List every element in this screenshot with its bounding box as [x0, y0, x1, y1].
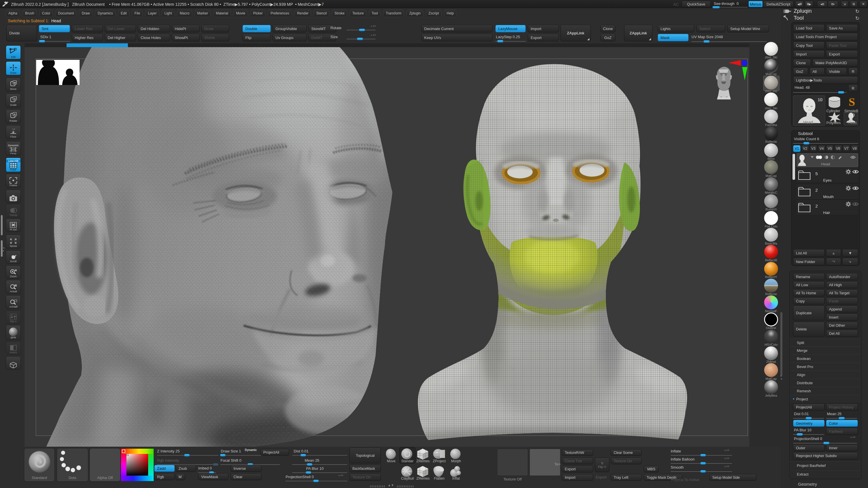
svg-text:R: R — [14, 113, 16, 116]
svg-text:S: S — [848, 96, 855, 108]
svg-text:M: M — [13, 81, 16, 84]
svg-text:S: S — [14, 97, 16, 100]
svg-text:⁘ʸᶻ: ⁘ʸᶻ — [11, 128, 15, 131]
